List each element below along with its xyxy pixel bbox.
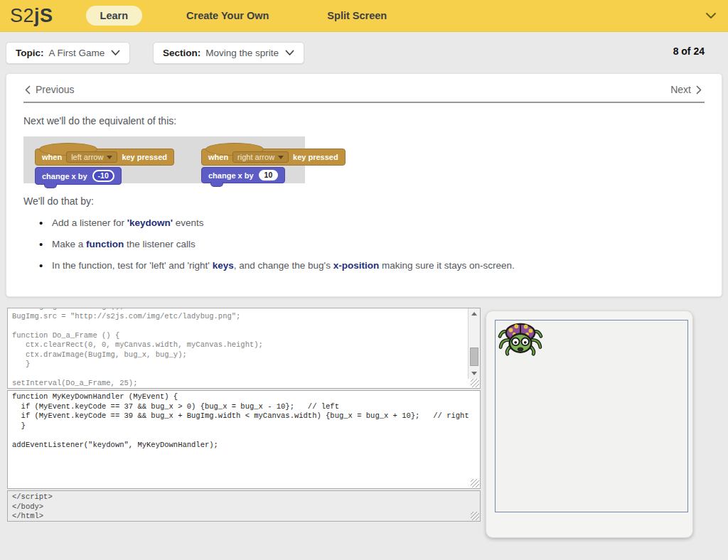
scratch-script-left: when left arrow key pressed change x by …: [35, 149, 174, 185]
logo-text-light: S2: [10, 5, 34, 26]
code-editor-main[interactable]: function MyKeyDownHandler (MyEvent) { if…: [7, 390, 481, 489]
section-dropdown[interactable]: Section: Moving the sprite: [153, 42, 304, 64]
bullet-list: Add a listener for 'keydown' events Make…: [39, 217, 722, 271]
when-key-pressed-block-left: when left arrow key pressed: [35, 149, 174, 166]
value-oval: -10: [92, 170, 114, 182]
nav-tab-create-your-own[interactable]: Create Your Own: [172, 6, 283, 26]
arrow-up-icon: [471, 312, 477, 316]
previous-label: Previous: [36, 84, 74, 95]
topic-value: A First Game: [49, 48, 105, 58]
when-key-pressed-block-right: when right arrow key pressed: [201, 149, 346, 166]
resize-grip-icon[interactable]: [471, 379, 479, 387]
dropdown-arrow-icon: [107, 156, 112, 159]
topic-label: Topic:: [16, 48, 44, 58]
next-button[interactable]: Next: [670, 84, 702, 95]
when-label: when: [42, 153, 62, 161]
scroll-down-button[interactable]: [469, 368, 480, 379]
code-editor-locked-top[interactable]: var BugImg = new Image(); BugImg.src = "…: [7, 308, 481, 389]
next-label: Next: [670, 84, 691, 95]
code-text-locked-bottom: </script> </body> </html>: [8, 491, 480, 522]
dropdown-arrow-icon: [278, 156, 284, 159]
previous-button[interactable]: Previous: [25, 84, 74, 95]
topic-bar: Topic: A First Game Section: Moving the …: [0, 33, 728, 71]
section-label: Section:: [163, 48, 200, 58]
bullet-item: In the function, test for 'left' and 'ri…: [39, 260, 722, 271]
nav-tab-learn[interactable]: Learn: [86, 6, 143, 26]
section-value: Moving the sprite: [205, 48, 279, 58]
lesson-card: Previous Next Next we'll do the equivale…: [6, 73, 722, 297]
change-label: change x by: [208, 171, 254, 180]
code-text-locked-top: var BugImg = new Image(); BugImg.src = "…: [8, 308, 480, 389]
ladybug-sprite: [497, 321, 544, 357]
resize-grip-icon[interactable]: [471, 479, 479, 488]
bullet-item: Make a function the listener calls: [39, 239, 722, 249]
change-x-block-left: change x by -10: [35, 167, 122, 185]
code-text-main: function MyKeyDownHandler (MyEvent) { if…: [8, 391, 480, 451]
main-nav: Learn Create Your Own Split Screen: [86, 6, 402, 26]
stage-canvas: [495, 320, 688, 512]
key-dropdown-left: left arrow: [66, 151, 117, 163]
chevron-left-icon: [25, 85, 31, 95]
nav-tab-split-screen[interactable]: Split Screen: [313, 6, 401, 26]
app-logo[interactable]: S2jS: [10, 5, 53, 27]
page: S2jS Learn Create Your Own Split Screen …: [0, 0, 728, 560]
value-oval: 10: [259, 170, 279, 181]
chevron-right-icon: [696, 85, 702, 95]
key-dropdown-right: right arrow: [232, 151, 289, 163]
chevron-down-icon: [285, 50, 294, 56]
stage-card: [486, 311, 693, 538]
editor-scrollbar[interactable]: [468, 308, 480, 379]
pressed-label: key pressed: [122, 153, 167, 161]
intro-text: Next we'll do the equivalent of this:: [23, 115, 722, 126]
key-option: right arrow: [237, 153, 274, 161]
divider: [23, 102, 705, 103]
scroll-thumb[interactable]: [470, 348, 478, 366]
header-chevron-down-icon[interactable]: [705, 12, 717, 19]
scratch-blocks-image: when left arrow key pressed change x by …: [23, 136, 305, 183]
logo-text-bold: jS: [34, 5, 53, 26]
topic-dropdown[interactable]: Topic: A First Game: [6, 42, 130, 64]
change-x-block-right: change x by 10: [201, 167, 285, 183]
app-header: S2jS Learn Create Your Own Split Screen: [0, 0, 728, 32]
key-option: left arrow: [71, 153, 103, 161]
lesson-pager: Previous Next: [6, 74, 722, 102]
page-indicator: 8 of 24: [673, 45, 705, 57]
pressed-label: key pressed: [293, 153, 338, 161]
by-line-text: We'll do that by:: [23, 195, 722, 207]
when-label: when: [208, 153, 228, 161]
bullet-item: Add a listener for 'keydown' events: [39, 217, 722, 228]
arrow-down-icon: [471, 372, 477, 375]
scratch-script-right: when right arrow key pressed change x by…: [201, 149, 346, 183]
resize-grip-icon[interactable]: [471, 512, 479, 520]
chevron-down-icon: [111, 50, 120, 56]
change-label: change x by: [42, 172, 87, 181]
scroll-up-button[interactable]: [469, 308, 480, 319]
code-editor-locked-bottom[interactable]: </script> </body> </html>: [7, 490, 481, 522]
